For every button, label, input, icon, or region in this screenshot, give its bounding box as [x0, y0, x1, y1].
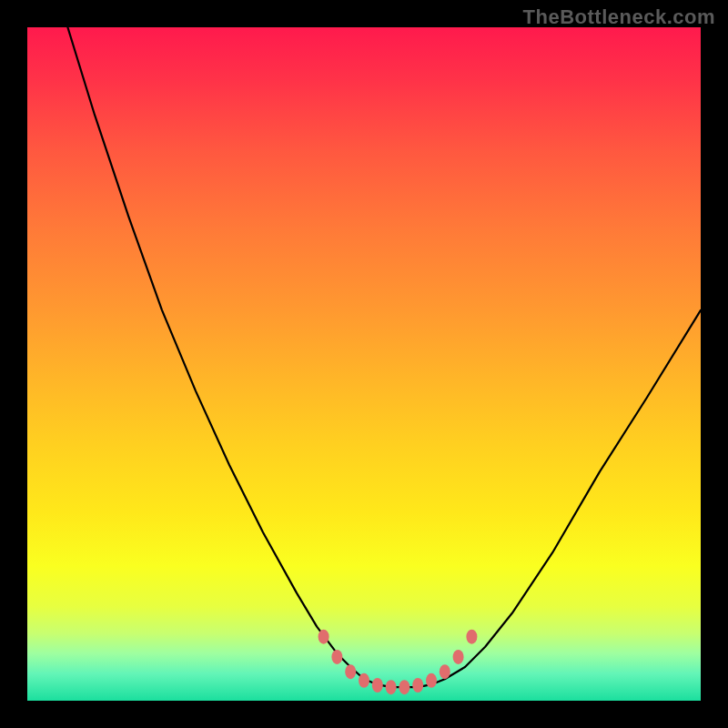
chart-frame: TheBottleneck.com [0, 0, 728, 728]
curve-markers [318, 630, 478, 695]
curve-marker [466, 630, 477, 644]
curve-marker [359, 673, 369, 688]
curve-marker [386, 680, 397, 694]
chart-svg [27, 27, 701, 701]
bottleneck-curve [67, 27, 701, 687]
watermark-text: TheBottleneck.com [523, 5, 715, 29]
curve-marker [372, 678, 383, 693]
plot-area [27, 27, 701, 701]
curve-marker [345, 664, 356, 679]
curve-marker [412, 678, 423, 693]
curve-marker [331, 650, 342, 664]
curve-marker [399, 680, 410, 694]
curve-marker [318, 630, 329, 644]
curve-marker [426, 673, 437, 688]
curve-marker [453, 650, 464, 664]
curve-marker [440, 664, 450, 679]
